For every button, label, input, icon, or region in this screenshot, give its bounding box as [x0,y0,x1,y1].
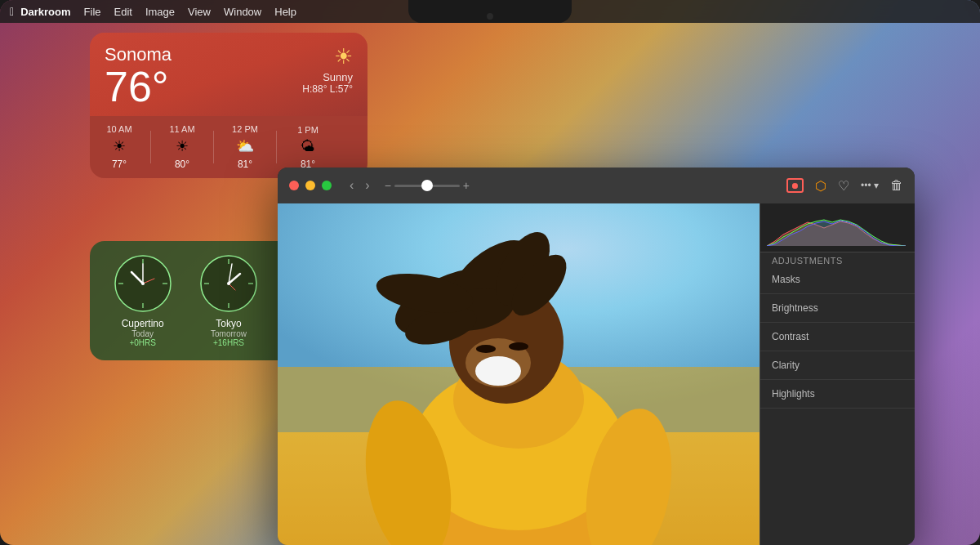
weather-widget: Sonoma 76° ☀ Sunny H:88° L:57° 10 AM ☀ 7… [90,33,368,178]
menu-help[interactable]: Help [274,6,296,18]
window-titlebar: ‹ › − + ⏺ ⬡ ♡ ••• ▾ 🗑 [278,168,915,203]
svg-point-43 [509,342,528,351]
clock-day-0: Today [131,329,154,338]
panel-section-clarity[interactable]: Clarity [760,351,915,380]
weather-top: Sonoma 76° ☀ Sunny H:88° L:57° [90,33,368,116]
traffic-lights [289,181,332,190]
delete-icon[interactable]: 🗑 [890,178,903,193]
hour-icon-3: 🌤 [301,138,315,155]
weather-condition: Sunny [302,71,353,83]
photo-area: Adjustments Masks Brightness Contrast Cl… [278,203,915,545]
photo-svg [278,203,760,545]
hour-temp-2: 81° [238,159,252,170]
hour-temp-1: 80° [175,159,189,170]
panel-section-contrast[interactable]: Contrast [760,323,915,351]
zoom-minus-icon[interactable]: − [385,179,391,192]
weather-hour-3: 1 PM 🌤 81° [290,125,326,170]
panel-section-brightness[interactable]: Brightness [760,294,915,323]
weather-high: H:88° L:57° [302,83,353,95]
forward-button[interactable]: › [362,176,372,194]
hour-label-0: 10 AM [106,124,131,134]
darkroom-window: ‹ › − + ⏺ ⬡ ♡ ••• ▾ 🗑 [278,168,915,545]
zoom-control: − + [385,179,470,192]
hour-label-3: 1 PM [297,125,318,135]
weather-hour-0: 10 AM ☀ 77° [101,124,137,170]
weather-divider-0 [150,131,151,163]
clock-day-1: Tomorrow [211,329,247,338]
record-icon[interactable]: ⏺ [786,178,804,193]
window-toolbar-right: ⏺ ⬡ ♡ ••• ▾ 🗑 [786,178,903,194]
svg-point-42 [476,345,496,353]
clock-offset-0: +0HRS [129,338,156,347]
hour-icon-1: ☀ [176,137,189,155]
camera-dot [487,13,493,20]
clock-tokyo: Tokyo Tomorrow +16HRS [190,254,266,347]
hour-label-2: 12 PM [232,124,258,134]
photo-display [278,203,760,545]
zoom-thumb [421,180,433,191]
histogram-svg [767,210,906,246]
analog-clock-tokyo [199,254,258,313]
panel-section-masks[interactable]: Masks [760,266,915,294]
more-options-icon[interactable]: ••• ▾ [861,180,879,191]
back-button[interactable]: ‹ [346,176,357,194]
clock-city-1: Tokyo [216,318,241,329]
svg-point-41 [475,356,521,386]
clock-cupertino: Cupertino Today +0HRS [105,254,180,347]
menu-view[interactable]: View [188,6,211,18]
hour-icon-2: ⛅ [236,137,254,155]
weather-hour-1: 11 AM ☀ 80° [164,124,200,170]
histogram-area [760,203,915,252]
apple-logo-icon[interactable]:  [10,5,14,18]
favorite-icon[interactable]: ♡ [838,178,849,194]
menu-edit[interactable]: Edit [114,6,132,18]
clock-offset-1: +16HRS [213,338,244,347]
svg-point-8 [141,282,145,285]
zoom-slider[interactable] [394,185,460,187]
hour-icon-0: ☀ [113,137,126,155]
hour-temp-0: 77° [112,159,127,170]
adjustments-label: Adjustments [760,252,915,266]
camera-notch [408,0,572,23]
weather-divider-2 [276,131,277,163]
zoom-plus-icon[interactable]: + [463,179,470,192]
svg-point-17 [227,282,230,285]
app-name: Darkroom [20,6,70,18]
export-icon[interactable]: ⬡ [815,178,826,194]
traffic-light-minimize[interactable] [305,181,315,190]
analog-clock-cupertino [114,254,172,313]
menu-image[interactable]: Image [145,6,175,18]
menu-items: File Edit Image View Window Help [84,6,296,18]
menu-window[interactable]: Window [224,6,261,18]
right-panel: Adjustments Masks Brightness Contrast Cl… [760,203,915,545]
traffic-light-fullscreen[interactable] [322,181,332,190]
panel-section-highlights[interactable]: Highlights [760,380,915,409]
menu-file[interactable]: File [84,6,101,18]
traffic-light-close[interactable] [289,181,299,190]
mac-frame:  Darkroom File Edit Image View Window H… [0,0,980,545]
weather-temperature: 76° [105,65,172,108]
clock-city-0: Cupertino [122,318,164,329]
weather-divider-1 [213,131,214,163]
weather-hour-2: 12 PM ⛅ 81° [227,124,263,170]
nav-buttons: ‹ › [346,176,373,194]
hour-label-1: 11 AM [169,124,194,134]
weather-sun-icon: ☀ [302,44,353,69]
